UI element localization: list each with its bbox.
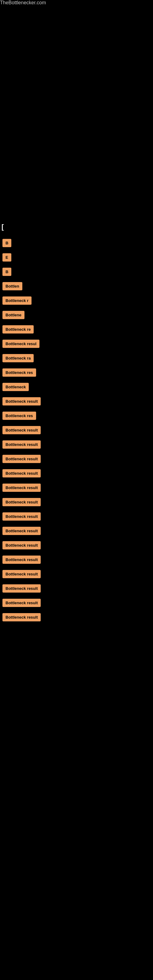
list-item[interactable]: Bottleneck result	[0, 482, 153, 495]
bottleneck-result-badge[interactable]: Bottleneck result	[2, 599, 41, 607]
top-black-section	[0, 5, 153, 220]
list-item[interactable]: Bottleneck resul	[0, 338, 153, 351]
list-item[interactable]: Bottleneck res	[0, 410, 153, 423]
bottleneck-result-badge[interactable]: Bottlen	[2, 282, 22, 290]
bracket-label: [	[0, 220, 153, 234]
list-item[interactable]: Bottleneck result	[0, 425, 153, 437]
bottleneck-result-badge[interactable]: Bottleneck	[2, 383, 29, 391]
bottleneck-result-badge[interactable]: Bottleneck res	[2, 412, 36, 420]
list-item[interactable]: Bottleneck result	[0, 554, 153, 566]
list-item[interactable]: Bottleneck result	[0, 496, 153, 509]
list-item[interactable]: Bottleneck result	[0, 539, 153, 552]
list-item[interactable]: Bottleneck	[0, 381, 153, 394]
list-item[interactable]: Bottleneck res	[0, 367, 153, 379]
bottleneck-result-badge[interactable]: Bottleneck result	[2, 469, 41, 477]
list-item[interactable]: Bottleneck r	[0, 295, 153, 307]
list-item[interactable]: Bottleneck result	[0, 396, 153, 408]
site-title-bar: TheBottlenecker.com	[0, 0, 153, 5]
bottleneck-items-list: BEBBottlenBottleneck rBottleneBottleneck…	[0, 234, 153, 627]
bottleneck-result-badge[interactable]: Bottleneck ra	[2, 354, 33, 362]
bottleneck-result-badge[interactable]: Bottleneck result	[2, 441, 41, 449]
bottleneck-result-badge[interactable]: Bottleneck result	[2, 397, 41, 406]
list-item[interactable]: Bottleneck result	[0, 583, 153, 595]
bottleneck-result-badge[interactable]: Bottleneck result	[2, 498, 41, 506]
list-item[interactable]: B	[0, 237, 153, 250]
bottleneck-result-badge[interactable]: Bottleneck result	[2, 527, 41, 535]
bottleneck-result-badge[interactable]: B	[2, 239, 11, 247]
bottleneck-result-badge[interactable]: E	[2, 253, 11, 261]
bottleneck-result-badge[interactable]: Bottleneck result	[2, 426, 41, 434]
list-item[interactable]: E	[0, 252, 153, 264]
bottleneck-result-badge[interactable]: Bottleneck re	[2, 325, 33, 334]
list-item[interactable]: Bottleneck result	[0, 525, 153, 538]
bottleneck-result-badge[interactable]: Bottleneck result	[2, 613, 41, 621]
list-item[interactable]: Bottleneck result	[0, 612, 153, 624]
bottleneck-result-badge[interactable]: Bottleneck res	[2, 368, 36, 377]
bottleneck-result-badge[interactable]: Bottleneck result	[2, 555, 41, 564]
bottleneck-result-badge[interactable]: Bottleneck result	[2, 584, 41, 593]
list-item[interactable]: Bottleneck result	[0, 468, 153, 480]
list-item[interactable]: Bottleneck result	[0, 597, 153, 610]
list-item[interactable]: Bottleneck result	[0, 511, 153, 523]
bottleneck-result-badge[interactable]: Bottleneck result	[2, 484, 41, 492]
bottleneck-result-badge[interactable]: B	[2, 268, 11, 276]
list-item[interactable]: Bottlene	[0, 309, 153, 322]
bottleneck-result-badge[interactable]: Bottleneck result	[2, 541, 41, 549]
list-item[interactable]: Bottleneck result	[0, 453, 153, 466]
bottleneck-result-badge[interactable]: Bottleneck r	[2, 296, 32, 305]
list-item[interactable]: B	[0, 266, 153, 279]
list-item[interactable]: Bottleneck result	[0, 439, 153, 452]
bottleneck-result-badge[interactable]: Bottleneck resul	[2, 340, 40, 348]
list-item[interactable]: Bottlen	[0, 280, 153, 293]
bottleneck-result-badge[interactable]: Bottlene	[2, 311, 24, 319]
list-item[interactable]: Bottleneck result	[0, 568, 153, 581]
site-title: TheBottlenecker.com	[0, 0, 46, 8]
bottleneck-result-badge[interactable]: Bottleneck result	[2, 512, 41, 520]
bottleneck-result-badge[interactable]: Bottleneck result	[2, 455, 41, 463]
bottleneck-result-badge[interactable]: Bottleneck result	[2, 570, 41, 578]
list-item[interactable]: Bottleneck ra	[0, 353, 153, 365]
list-item[interactable]: Bottleneck re	[0, 324, 153, 336]
